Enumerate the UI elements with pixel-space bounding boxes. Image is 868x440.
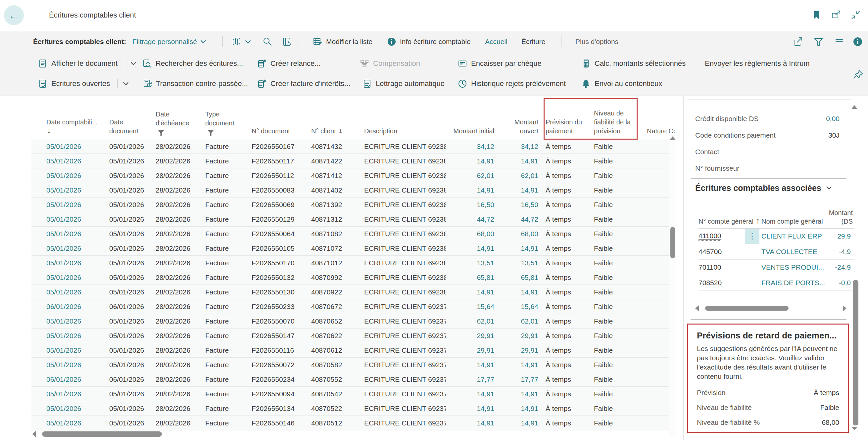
assoc-cell-account[interactable]: 701100 [699, 263, 745, 271]
show-document-button[interactable]: Afficher le document [38, 56, 136, 71]
table-row[interactable]: 06/01/202606/01/202628/02/2026FactureF20… [31, 372, 675, 387]
assoc-cell-amount[interactable]: 29,9 [828, 232, 853, 240]
assoc-cell-account[interactable]: 445700 [699, 248, 745, 256]
cell-remaining-amount[interactable]: 29,91 [497, 343, 541, 357]
tab-ecriture[interactable]: Écriture [521, 31, 545, 52]
col-nature-code[interactable]: Nature Code [642, 96, 675, 139]
cell-posting-date[interactable]: 05/01/2026 [31, 139, 104, 154]
cell-original-amount[interactable]: 14,91 [445, 154, 497, 168]
col-document-type[interactable]: Type document [200, 96, 247, 139]
edit-list-button[interactable]: Modifier la liste [313, 31, 372, 52]
cell-original-amount[interactable]: 17,77 [445, 372, 497, 386]
cell-remaining-amount[interactable]: 14,91 [497, 358, 541, 372]
cell-remaining-amount[interactable]: 14,91 [497, 241, 541, 256]
assoc-cell-account-name[interactable]: TVA COLLECTEE [762, 248, 828, 256]
cell-posting-date[interactable]: 05/01/2026 [31, 358, 104, 372]
table-row[interactable]: 05/01/202605/01/202628/02/2026FactureF20… [31, 154, 675, 168]
cell-remaining-amount[interactable]: 14,91 [497, 285, 541, 299]
associated-entries-header[interactable]: Écritures comptables associées [695, 183, 832, 193]
cell-original-amount[interactable]: 14,91 [445, 183, 497, 197]
cell-original-amount[interactable]: 29,91 [445, 343, 497, 357]
scroll-left-arrow[interactable] [32, 431, 36, 437]
cell-posting-date[interactable]: 05/01/2026 [31, 256, 104, 270]
cell-original-amount[interactable]: 44,72 [445, 212, 497, 226]
search-icon[interactable] [262, 31, 272, 52]
cell-posting-date[interactable]: 05/01/2026 [31, 343, 104, 357]
table-row[interactable]: 05/01/202605/01/202628/02/2026FactureF20… [31, 256, 675, 270]
cell-remaining-amount[interactable]: 14,91 [497, 401, 541, 415]
table-row[interactable]: 05/01/202605/01/202628/02/2026FactureF20… [31, 285, 675, 299]
open-in-new-window-icon[interactable] [831, 10, 841, 20]
cell-remaining-amount[interactable]: 62,01 [497, 314, 541, 328]
table-horizontal-scrollbar[interactable] [31, 431, 675, 437]
table-row[interactable]: 05/01/202605/01/202628/02/2026FactureF20… [31, 329, 675, 343]
page-vscroll-thumb[interactable] [853, 280, 859, 426]
table-vertical-scrollbar[interactable] [670, 135, 676, 437]
cell-posting-date[interactable]: 05/01/2026 [31, 227, 104, 241]
reversed-transaction-button[interactable]: Transaction contre-passée... [143, 76, 248, 91]
assoc-row[interactable]: 411000⋮CLIENT FLUX ERP29,9 [699, 229, 855, 244]
cell-remaining-amount[interactable]: 68,00 [497, 227, 541, 241]
assoc-cell-account[interactable]: 708520 [699, 279, 745, 287]
cell-posting-date[interactable]: 05/01/2026 [31, 314, 104, 328]
col-document-date[interactable]: Date document [104, 96, 151, 139]
cell-remaining-amount[interactable]: 44,72 [497, 212, 541, 226]
scroll-left-arrow[interactable] [695, 305, 699, 311]
cell-original-amount[interactable]: 29,91 [445, 329, 497, 343]
find-entries-button[interactable]: Rechercher des écritures... [142, 56, 243, 71]
analysis-mode-icon[interactable] [282, 31, 292, 52]
cell-original-amount[interactable]: 13,51 [445, 256, 497, 270]
assoc-row[interactable]: 445700TVA COLLECTEE-4,9 [699, 244, 855, 260]
cell-original-amount[interactable]: 62,01 [445, 314, 497, 328]
cell-original-amount[interactable]: 68,00 [445, 227, 497, 241]
col-document-no[interactable]: N° document [247, 96, 307, 139]
col-description[interactable]: Description [360, 96, 445, 139]
assoc-col-amount[interactable]: Montant (DS [828, 208, 853, 228]
open-entries-button[interactable]: Ecritures ouvertes [38, 76, 129, 91]
cell-original-amount[interactable]: 65,81 [445, 270, 497, 284]
auto-apply-button[interactable]: Lettrage automatique [363, 76, 444, 91]
table-row[interactable]: 05/01/202605/01/202628/02/2026FactureF20… [31, 168, 675, 183]
share-icon[interactable] [793, 31, 803, 52]
table-row[interactable]: 05/01/202605/01/202628/02/2026FactureF20… [31, 270, 675, 285]
cell-posting-date[interactable]: 06/01/2026 [31, 372, 104, 386]
table-row[interactable]: 06/01/202606/01/202628/02/2026FactureF20… [31, 299, 675, 314]
assoc-cell-amount[interactable]: -24,9 [828, 263, 853, 271]
table-row[interactable]: 05/01/202605/01/202628/02/2026FactureF20… [31, 343, 675, 358]
assoc-cell-account-name[interactable]: FRAIS DE PORTS... [762, 279, 828, 287]
cell-posting-date[interactable]: 05/01/2026 [31, 168, 104, 182]
col-posting-date[interactable]: Date comptabili... ↓ [31, 96, 104, 139]
cell-posting-date[interactable]: 05/01/2026 [31, 183, 104, 197]
cell-posting-date[interactable]: 05/01/2026 [31, 198, 104, 212]
more-options-button[interactable]: Plus d'options [576, 31, 618, 52]
cell-remaining-amount[interactable]: 29,91 [497, 329, 541, 343]
cell-original-amount[interactable]: 16,50 [445, 198, 497, 212]
assoc-col-account-name[interactable]: Nom compte général [762, 217, 828, 228]
col-payment-prediction[interactable]: Prévision du paiement [541, 96, 589, 139]
assoc-cell-account-name[interactable]: CLIENT FLUX ERP [762, 232, 828, 240]
direct-debit-reject-history-button[interactable]: Historique rejets prélèvement [458, 76, 566, 91]
col-prediction-confidence[interactable]: Niveau de fiabilité de la prévision [589, 96, 642, 139]
scroll-up-arrow[interactable] [670, 136, 676, 140]
cell-original-amount[interactable]: 15,64 [445, 299, 497, 314]
back-button[interactable]: ← [4, 5, 24, 25]
saved-view-selector[interactable]: Filtrage personnalisé [132, 31, 206, 52]
cell-original-amount[interactable]: 14,91 [445, 416, 497, 430]
assoc-row[interactable]: 708520FRAIS DE PORTS...-0,0 [699, 275, 855, 291]
table-row[interactable]: 05/01/202605/01/202628/02/2026FactureF20… [31, 416, 675, 431]
cell-remaining-amount[interactable]: 17,77 [497, 372, 541, 386]
assoc-cell-amount[interactable]: -0,0 [828, 279, 853, 287]
cell-posting-date[interactable]: 05/01/2026 [31, 401, 104, 415]
cell-remaining-amount[interactable]: 15,64 [497, 299, 541, 314]
cell-original-amount[interactable]: 34,12 [445, 139, 497, 154]
cell-original-amount[interactable]: 14,91 [445, 387, 497, 401]
cell-remaining-amount[interactable]: 34,12 [497, 139, 541, 154]
table-row[interactable]: 05/01/202605/01/202628/02/2026FactureF20… [31, 227, 675, 241]
cell-remaining-amount[interactable]: 14,91 [497, 154, 541, 168]
assoc-col-account[interactable]: N° compte général ↑ [699, 217, 762, 228]
cell-posting-date[interactable]: 05/01/2026 [31, 329, 104, 343]
assoc-cell-account[interactable]: 411000 [699, 232, 745, 241]
cell-remaining-amount[interactable]: 16,50 [497, 198, 541, 212]
list-view-icon[interactable] [834, 31, 844, 52]
collapse-icon[interactable] [851, 10, 861, 20]
